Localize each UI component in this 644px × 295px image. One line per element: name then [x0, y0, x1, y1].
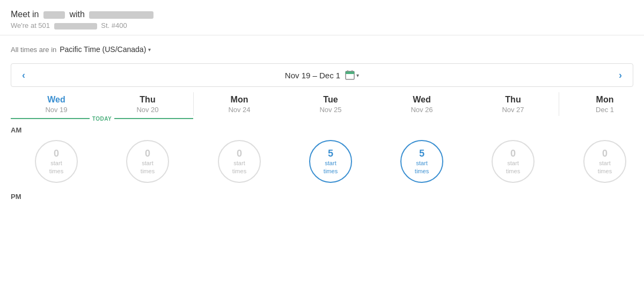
address-suffix: St. #400 [101, 21, 127, 30]
calendar-picker[interactable]: ▾ [345, 70, 359, 80]
slot-circle-mon24-am[interactable]: 0 starttimes [218, 140, 261, 183]
empty-3 [376, 116, 467, 122]
meet-middle: with [69, 10, 84, 19]
slot-count-mon24-am: 0 [237, 148, 242, 160]
meet-prefix: Meet in [11, 10, 39, 19]
day-header-tue25: Tue Nov 25 [285, 92, 376, 116]
day-date-wed26: Nov 26 [376, 106, 467, 114]
slot-tue25-am[interactable]: 5 starttimes [285, 136, 376, 187]
day-name-thu20: Thu [102, 94, 193, 106]
date-range: Nov 19 – Dec 1 [285, 71, 340, 80]
day-header-thu20: Thu Nov 20 [102, 92, 193, 116]
slot-count-dec1-am: 0 [602, 148, 608, 160]
empty-2 [285, 116, 376, 122]
address-prefix: We're at 501 [11, 21, 50, 30]
header-section: Meet in with We're at 501 St. #400 [0, 0, 644, 30]
empty-5 [559, 116, 644, 122]
day-date-mon-dec1: Dec 1 [559, 106, 644, 114]
day-name-wed26: Wed [376, 94, 467, 106]
blurred-name-2 [89, 11, 153, 19]
today-label: TODAY [90, 116, 114, 122]
slot-wed26-am[interactable]: 5 starttimes [376, 136, 467, 187]
day-header-mon-dec1: Mon Dec 1 [559, 92, 644, 116]
nav-center: Nov 19 – Dec 1 ▾ [31, 70, 613, 80]
slot-thu20-am[interactable]: 0 starttimes [102, 136, 193, 187]
timezone-value: Pacific Time (US/Canada) [60, 45, 146, 54]
day-name-thu27: Thu [467, 94, 559, 106]
day-name-mon24: Mon [194, 94, 285, 106]
slot-circle-wed26-am[interactable]: 5 starttimes [400, 140, 443, 183]
day-headers-row: Wed Nov 19 Thu Nov 20 Mon Nov 24 Tue Nov… [11, 92, 633, 116]
svg-rect-1 [346, 71, 354, 74]
slot-label-wed19-am: starttimes [49, 159, 63, 175]
empty-4 [467, 116, 559, 122]
slot-mon24-am[interactable]: 0 starttimes [194, 136, 285, 187]
slot-circle-thu27-am[interactable]: 0 starttimes [492, 140, 535, 183]
slot-circle-tue25-am[interactable]: 5 starttimes [309, 140, 352, 183]
slot-count-thu20-am: 0 [145, 148, 150, 160]
slot-count-wed26-am: 5 [419, 148, 425, 160]
slot-count-wed19-am: 0 [54, 148, 59, 160]
timezone-row: All times are in Pacific Time (US/Canada… [0, 41, 644, 58]
day-header-mon24: Mon Nov 24 [194, 92, 285, 116]
day-date-tue25: Nov 25 [285, 106, 376, 114]
slot-wed19-am[interactable]: 0 starttimes [11, 136, 102, 187]
day-date-thu20: Nov 20 [102, 106, 193, 114]
today-line-right [114, 118, 193, 119]
blurred-street [54, 23, 97, 30]
day-name-wed19: Wed [11, 94, 102, 106]
calendar-dropdown-arrow: ▾ [356, 72, 359, 78]
timezone-label: All times are in [11, 46, 56, 54]
empty-1 [194, 116, 285, 122]
calendar-icon [345, 70, 355, 80]
nav-bar: ‹ Nov 19 – Dec 1 ▾ › [11, 63, 633, 87]
slot-count-tue25-am: 5 [328, 148, 333, 160]
slot-circle-thu20-am[interactable]: 0 starttimes [126, 140, 169, 183]
today-line-left [11, 118, 90, 119]
day-name-mon-dec1: Mon [559, 94, 644, 106]
day-date-wed19: Nov 19 [11, 106, 102, 114]
slot-label-thu27-am: starttimes [506, 159, 520, 175]
header-divider [0, 35, 644, 35]
slot-circle-wed19-am[interactable]: 0 starttimes [35, 140, 78, 183]
day-date-thu27: Nov 27 [467, 106, 559, 114]
today-indicator-row: TODAY [11, 116, 633, 122]
timezone-dropdown-arrow[interactable]: ▾ [148, 47, 151, 53]
slot-label-dec1-am: starttimes [598, 159, 612, 175]
slot-label-thu20-am: starttimes [141, 159, 155, 175]
blurred-name-1 [43, 11, 65, 19]
slot-label-tue25-am: starttimes [324, 159, 338, 175]
slot-dec1-am[interactable]: 0 starttimes [559, 136, 644, 187]
pm-section-header: PM [11, 187, 633, 202]
slot-label-mon24-am: starttimes [232, 159, 246, 175]
day-header-thu27: Thu Nov 27 [467, 92, 559, 116]
day-header-wed19: Wed Nov 19 [11, 92, 102, 116]
next-button[interactable]: › [613, 70, 627, 81]
today-indicator: TODAY [11, 116, 193, 122]
slot-count-thu27-am: 0 [510, 148, 516, 160]
am-label: AM [11, 126, 21, 134]
am-section-header: AM [11, 122, 633, 136]
prev-button[interactable]: ‹ [17, 70, 31, 81]
am-slots-row: 0 starttimes 0 starttimes 0 starttimes 5… [11, 136, 633, 187]
address: We're at 501 St. #400 [11, 21, 633, 30]
day-date-mon24: Nov 24 [194, 106, 285, 114]
meet-title: Meet in with [11, 10, 633, 19]
slot-label-wed26-am: starttimes [415, 159, 429, 175]
calendar-grid: Wed Nov 19 Thu Nov 20 Mon Nov 24 Tue Nov… [11, 92, 633, 202]
day-header-wed26: Wed Nov 26 [376, 92, 467, 116]
slot-circle-dec1-am[interactable]: 0 starttimes [583, 140, 626, 183]
slot-thu27-am[interactable]: 0 starttimes [467, 136, 559, 187]
pm-label: PM [11, 193, 21, 201]
day-name-tue25: Tue [285, 94, 376, 106]
